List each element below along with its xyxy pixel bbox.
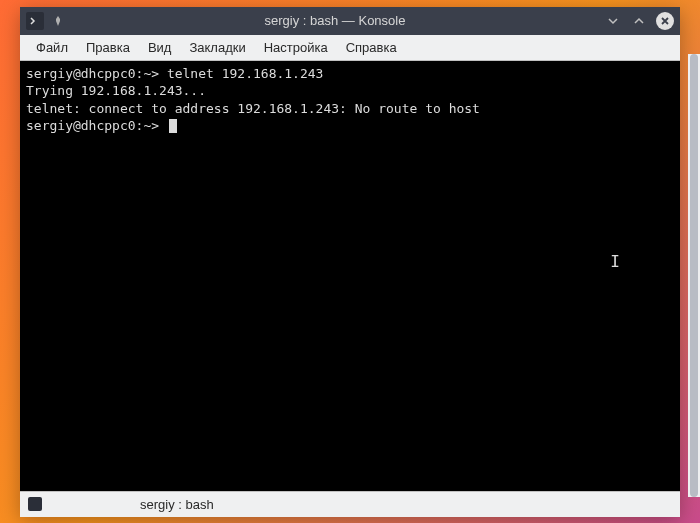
terminal-prompt-line: sergiy@dhcppc0:~> [26,117,674,135]
close-button[interactable] [656,12,674,30]
pin-icon[interactable] [50,13,66,29]
text-cursor-icon: I [610,251,620,273]
scrollbar-thumb[interactable] [690,54,698,497]
menu-file[interactable]: Файл [28,37,76,58]
terminal-viewport[interactable]: sergiy@dhcppc0:~> telnet 192.168.1.243 T… [20,61,680,491]
menu-help[interactable]: Справка [338,37,405,58]
statusbar: sergiy : bash [20,491,680,517]
window-controls [604,12,674,30]
menubar: Файл Правка Вид Закладки Настройка Справ… [20,35,680,61]
terminal-cursor [169,119,177,133]
vertical-scrollbar[interactable] [688,54,700,497]
terminal-app-icon[interactable] [26,12,44,30]
minimize-button[interactable] [604,12,622,30]
menu-edit[interactable]: Правка [78,37,138,58]
titlebar: sergiy : bash — Konsole [20,7,680,35]
maximize-button[interactable] [630,12,648,30]
titlebar-left [26,12,66,30]
menu-bookmarks[interactable]: Закладки [181,37,253,58]
menu-view[interactable]: Вид [140,37,180,58]
tab-label: sergiy : bash [50,497,214,512]
tab-terminal-icon [28,497,42,511]
window-title: sergiy : bash — Konsole [66,13,604,28]
terminal-line: sergiy@dhcppc0:~> telnet 192.168.1.243 [26,65,674,83]
konsole-window: sergiy : bash — Konsole Файл Правка Вид … [20,7,680,517]
menu-settings[interactable]: Настройка [256,37,336,58]
terminal-prompt: sergiy@dhcppc0:~> [26,118,167,133]
terminal-line: Trying 192.168.1.243... [26,82,674,100]
terminal-line: telnet: connect to address 192.168.1.243… [26,100,674,118]
tab[interactable]: sergiy : bash [28,497,214,512]
